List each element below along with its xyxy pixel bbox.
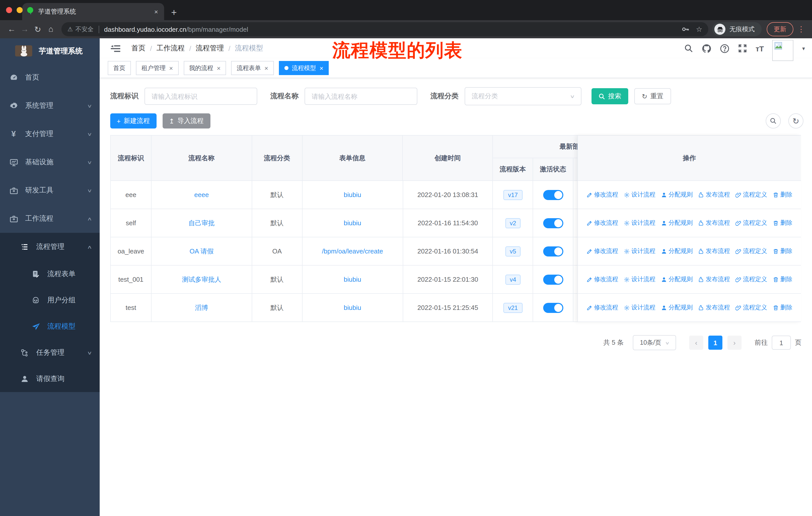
window-minimize-button[interactable] [17, 7, 23, 13]
cell-name-link[interactable]: 滔博 [151, 294, 252, 322]
tag-close-icon[interactable]: × [264, 65, 268, 71]
search-icon[interactable] [684, 44, 693, 53]
next-page-button[interactable]: › [727, 335, 742, 350]
cell-form-link[interactable]: biubiu [302, 181, 403, 209]
delete-link[interactable]: 删除 [773, 275, 792, 284]
assign-rule-link[interactable]: 分配规则 [661, 275, 693, 284]
page-size-select[interactable]: 10条/页 ∨ [633, 335, 676, 350]
design-process-link[interactable]: 设计流程 [624, 303, 656, 312]
sidebar-item-process-mgmt[interactable]: 流程管理 ∧ [0, 233, 100, 261]
prev-page-button[interactable]: ‹ [689, 335, 703, 350]
version-badge[interactable]: v17 [503, 190, 522, 200]
sidebar-item-system[interactable]: 系统管理 ∨ [0, 92, 100, 120]
cell-name-link[interactable]: eeee [151, 181, 252, 209]
edit-process-link[interactable]: 修改流程 [586, 219, 618, 227]
edit-process-link[interactable]: 修改流程 [586, 247, 618, 255]
process-definition-link[interactable]: 流程定义 [735, 190, 767, 199]
reset-button[interactable]: ↻ 重置 [634, 88, 671, 104]
sidebar-item-user-group[interactable]: 用户分组 [0, 287, 100, 314]
deploy-process-link[interactable]: 发布流程 [698, 275, 730, 284]
delete-link[interactable]: 删除 [773, 303, 792, 312]
breadcrumb-process-mgmt[interactable]: 流程管理 [196, 44, 224, 53]
key-icon[interactable] [682, 25, 690, 33]
version-badge[interactable]: v21 [503, 303, 522, 313]
reload-icon[interactable]: ↻ [31, 24, 44, 34]
create-process-button[interactable]: + 新建流程 [110, 113, 156, 129]
tag-home[interactable]: 首页 [108, 61, 131, 75]
assign-rule-link[interactable]: 分配规则 [661, 190, 693, 199]
active-toggle[interactable] [543, 303, 563, 313]
current-page-button[interactable]: 1 [708, 335, 722, 350]
active-toggle[interactable] [543, 190, 563, 200]
deploy-process-link[interactable]: 发布流程 [698, 303, 730, 312]
browser-menu-icon[interactable]: ⋮ [798, 25, 805, 34]
active-toggle[interactable] [543, 274, 563, 284]
sidebar-logo-row[interactable]: 芋道管理系统 [0, 38, 100, 63]
bookmark-star-icon[interactable]: ☆ [696, 25, 702, 33]
fullscreen-icon[interactable] [738, 44, 747, 53]
process-name-input[interactable] [304, 88, 417, 105]
toggle-search-icon[interactable] [766, 113, 781, 129]
github-icon[interactable] [702, 44, 711, 53]
browser-tab[interactable]: 芋道管理系统 × [22, 3, 164, 20]
address-bar[interactable]: ⚠ 不安全 dashboard.yudao.iocoder.cn /bpm/ma… [61, 22, 708, 36]
sidebar-item-devtools[interactable]: 研发工具 ∨ [0, 176, 100, 205]
breadcrumb-workflow[interactable]: 工作流程 [156, 44, 185, 53]
process-key-input[interactable] [144, 88, 257, 105]
back-icon[interactable]: ← [5, 25, 18, 34]
version-badge[interactable]: v4 [505, 274, 521, 284]
cell-name-link[interactable]: 测试多审批人 [151, 266, 252, 294]
tag-my-process[interactable]: 我的流程 × [183, 61, 226, 75]
help-question-icon[interactable] [720, 44, 729, 53]
forward-icon[interactable]: → [18, 25, 31, 34]
version-badge[interactable]: v2 [505, 218, 521, 228]
home-icon[interactable]: ⌂ [44, 25, 57, 34]
refresh-table-icon[interactable]: ↻ [788, 113, 804, 129]
deploy-process-link[interactable]: 发布流程 [698, 190, 730, 199]
cell-form-link[interactable]: biubiu [302, 209, 403, 237]
assign-rule-link[interactable]: 分配规则 [661, 247, 693, 255]
active-toggle[interactable] [543, 246, 563, 256]
window-zoom-button[interactable] [27, 7, 33, 13]
edit-process-link[interactable]: 修改流程 [586, 190, 618, 199]
delete-link[interactable]: 删除 [773, 219, 792, 227]
deploy-process-link[interactable]: 发布流程 [698, 247, 730, 255]
tab-close-icon[interactable]: × [153, 8, 159, 16]
process-definition-link[interactable]: 流程定义 [735, 303, 767, 312]
cell-name-link[interactable]: OA 请假 [151, 237, 252, 266]
import-process-button[interactable]: ↥ 导入流程 [162, 113, 210, 129]
avatar[interactable] [773, 40, 794, 61]
window-close-button[interactable] [6, 7, 12, 13]
delete-link[interactable]: 删除 [773, 247, 792, 255]
sidebar-item-leave-query[interactable]: 请假查询 [0, 366, 100, 392]
sidebar-item-workflow[interactable]: 工作流程 ∧ [0, 205, 100, 233]
sidebar-collapse-icon[interactable] [111, 45, 120, 52]
tag-process-form[interactable]: 流程表单 × [231, 61, 273, 75]
tag-close-icon[interactable]: × [320, 65, 323, 71]
sidebar-item-home[interactable]: 首页 [0, 63, 100, 92]
process-definition-link[interactable]: 流程定义 [735, 275, 767, 284]
security-warning[interactable]: ⚠ 不安全 [67, 25, 94, 33]
sidebar-item-infra[interactable]: 基础设施 ∨ [0, 148, 100, 176]
cell-form-link[interactable]: biubiu [302, 294, 403, 322]
avatar-caret-down-icon[interactable]: ▾ [802, 45, 805, 52]
goto-page-input[interactable] [772, 335, 791, 350]
design-process-link[interactable]: 设计流程 [624, 247, 656, 255]
process-definition-link[interactable]: 流程定义 [735, 219, 767, 227]
font-size-icon[interactable]: тT [756, 44, 764, 53]
design-process-link[interactable]: 设计流程 [624, 190, 656, 199]
tag-close-icon[interactable]: × [217, 65, 221, 71]
active-toggle[interactable] [543, 218, 563, 228]
sidebar-item-process-model[interactable]: 流程模型 [0, 314, 100, 340]
cell-form-link[interactable]: biubiu [302, 266, 403, 294]
tag-tenant[interactable]: 租户管理 × [136, 61, 178, 75]
breadcrumb-home[interactable]: 首页 [132, 44, 145, 53]
tag-process-model[interactable]: 流程模型 × [279, 61, 329, 75]
edit-process-link[interactable]: 修改流程 [586, 303, 618, 312]
cell-name-link[interactable]: 自己审批 [151, 209, 252, 237]
browser-update-button[interactable]: 更新 [767, 22, 793, 36]
delete-link[interactable]: 删除 [773, 190, 792, 199]
edit-process-link[interactable]: 修改流程 [586, 275, 618, 284]
new-tab-button[interactable]: + [171, 7, 177, 17]
sidebar-item-payment[interactable]: ¥ 支付管理 ∨ [0, 120, 100, 148]
